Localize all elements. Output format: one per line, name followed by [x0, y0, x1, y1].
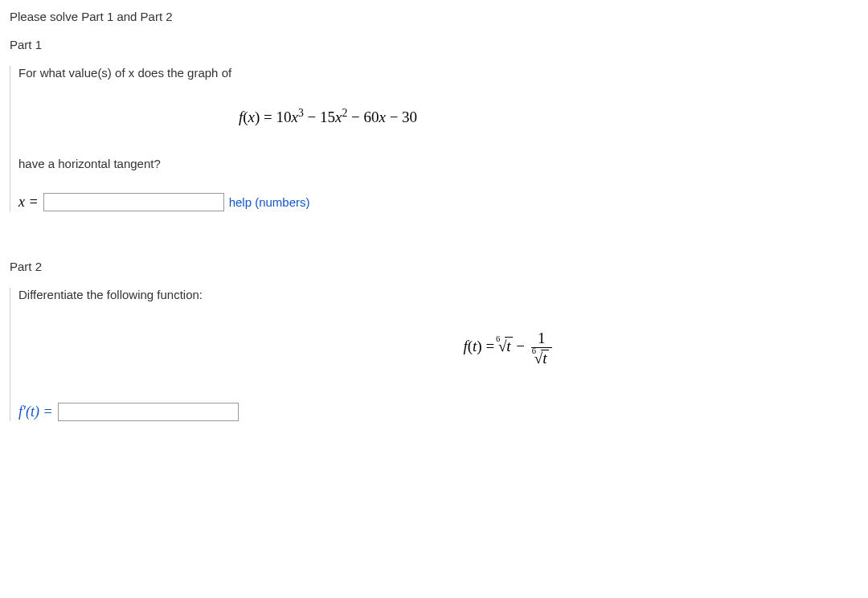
part2-question: Differentiate the following function:: [18, 288, 858, 301]
part1-input-label: x =: [18, 194, 39, 211]
part1-equation: f(x) = 10x3 − 15x2 − 60x − 30: [18, 94, 637, 141]
part1-input-line: x = help (numbers): [18, 193, 858, 211]
part2-input-line: f′(t) =: [18, 403, 858, 421]
part1-question-tail: have a horizontal tangent?: [18, 157, 858, 170]
part1-block: For what value(s) of x does the graph of…: [10, 66, 858, 211]
part1-answer-input[interactable]: [43, 193, 224, 211]
part2-title: Part 2: [10, 260, 858, 273]
part2-input-label: f′(t) =: [18, 403, 53, 420]
part1-question-lead: For what value(s) of x does the graph of: [18, 66, 858, 80]
page-heading: Please solve Part 1 and Part 2: [10, 10, 858, 23]
part1-title: Part 1: [10, 38, 858, 51]
part2-block: Differentiate the following function: f(…: [10, 288, 858, 421]
help-link[interactable]: help (numbers): [229, 195, 310, 209]
part2-equation: f(t) = 6√t − 16√t: [18, 316, 678, 380]
part2-answer-input[interactable]: [58, 403, 239, 421]
